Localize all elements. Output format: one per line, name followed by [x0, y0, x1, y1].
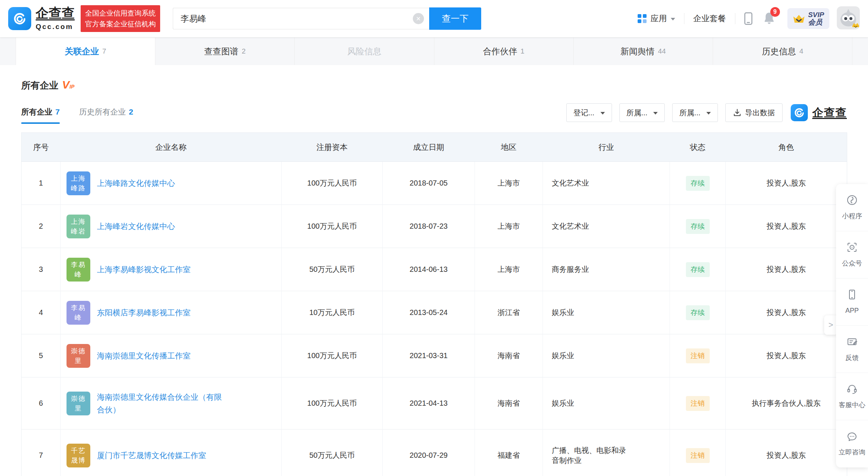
top-nav: 应用 企业套餐 9: [637, 6, 860, 31]
company-link[interactable]: 上海峰路文化传媒中心: [97, 177, 175, 190]
table-row: 1上海峰路上海峰路文化传媒中心100万元人民币2018-07-05上海市文化艺术…: [22, 162, 847, 205]
cell-date: 2018-07-23: [383, 205, 475, 248]
panel-item-立即咨询[interactable]: 立即咨询: [836, 420, 868, 467]
table-row: 2上海峰岩上海峰岩文化传媒中心100万元人民币2018-07-23上海市文化艺术…: [22, 205, 847, 248]
tab-item[interactable]: 合作伙伴1: [434, 38, 574, 65]
cell-role: 投资人,股东: [726, 248, 847, 291]
cell-industry: 广播、电视、电影和录音制作业: [543, 430, 670, 476]
company-avatar[interactable]: 崇德里: [67, 344, 90, 368]
owl-avatar-image: [837, 6, 860, 29]
cell-region: 上海市: [475, 162, 543, 205]
tab-item[interactable]: 风险信息: [295, 38, 434, 65]
service-center-icon: [846, 383, 858, 397]
notifications[interactable]: 9: [764, 12, 775, 26]
company-avatar[interactable]: 上海峰路: [67, 171, 90, 195]
cell-date: 2021-04-13: [383, 377, 475, 430]
header: 企查查 Qcc.com 全国企业信用查询系统 官方备案企业征信机构 ✕ 查一下: [0, 0, 868, 37]
app-icon: [846, 289, 858, 302]
search-area: ✕ 查一下: [173, 7, 481, 30]
column-header: 序号: [22, 133, 61, 162]
tab-label: 风险信息: [347, 46, 381, 57]
table-header-row: 序号企业名称注册资本成立日期地区行业状态角色: [22, 133, 847, 162]
enterprise-package[interactable]: 企业套餐: [693, 13, 726, 24]
company-wrap: 崇德里海南崇德里文化传播工作室: [67, 344, 278, 368]
subtab-item[interactable]: 所有企业7: [21, 107, 60, 119]
table-row: 6崇德里海南崇德里文化传媒合伙企业（有限合伙）100万元人民币2021-04-1…: [22, 377, 847, 430]
download-icon: [733, 109, 741, 117]
cell-no: 1: [22, 162, 61, 205]
tab-item[interactable]: 查查图谱2: [155, 38, 295, 65]
apps-grid-icon: [637, 14, 647, 23]
clear-search-icon[interactable]: ✕: [413, 13, 424, 24]
search-input[interactable]: [173, 8, 429, 29]
company-wrap: 上海峰路上海峰路文化传媒中心: [67, 171, 278, 195]
subtab-item[interactable]: 历史所有企业2: [79, 107, 133, 119]
panel-item-客服中心[interactable]: 客服中心: [836, 373, 868, 420]
column-header: 成立日期: [383, 133, 475, 162]
chevron-down-icon: [600, 112, 605, 115]
tab-item[interactable]: 关联企业7: [16, 38, 155, 65]
tab-count: 7: [102, 47, 106, 55]
tab-label: 合作伙伴: [483, 46, 517, 57]
page: 企查查 Qcc.com 全国企业信用查询系统 官方备案企业征信机构 ✕ 查一下: [0, 0, 868, 476]
cell-company: 上海峰路上海峰路文化传媒中心: [61, 162, 282, 205]
apps-menu[interactable]: 应用: [637, 13, 675, 24]
company-link[interactable]: 厦门市千艺晟博文化传媒工作室: [97, 449, 206, 462]
panel-item-label: 公众号: [842, 259, 862, 268]
company-avatar[interactable]: 千艺晟博: [67, 444, 90, 467]
companies-table: 序号企业名称注册资本成立日期地区行业状态角色 1上海峰路上海峰路文化传媒中心10…: [21, 132, 847, 476]
company-wrap: 李易峰东阳横店李易峰影视工作室: [67, 301, 278, 325]
vip-feature-icon[interactable]: VIP: [62, 79, 74, 90]
tab-label: 新闻舆情: [621, 46, 655, 57]
chevron-down-icon: [706, 112, 711, 115]
content: 所有企业 VIP 所有企业7历史所有企业2 登记...所属...所属... 导出…: [0, 79, 868, 476]
cell-status: 存续: [670, 248, 726, 291]
status-badge: 注销: [686, 348, 710, 363]
mobile-app-entry[interactable]: [744, 12, 752, 25]
cell-company: 崇德里海南崇德里文化传播工作室: [61, 334, 282, 377]
filter-dropdown[interactable]: 登记...: [566, 103, 612, 122]
search-button[interactable]: 查一下: [429, 7, 481, 30]
panel-item-反馈[interactable]: 反馈: [836, 326, 868, 373]
chevron-down-icon: [671, 18, 675, 20]
qcc-logo-icon: [8, 7, 31, 30]
table-row: 3李易峰上海李易峰影视文化工作室50万元人民币2014-06-13上海市商务服务…: [22, 248, 847, 291]
cell-date: 2020-07-29: [383, 430, 475, 476]
company-avatar[interactable]: 上海峰岩: [67, 215, 90, 238]
status-badge: 注销: [686, 396, 710, 411]
company-avatar[interactable]: 李易峰: [67, 258, 90, 282]
column-header: 状态: [670, 133, 726, 162]
company-link[interactable]: 上海峰岩文化传媒中心: [97, 220, 175, 233]
tab-count: 1: [521, 47, 525, 55]
filter-dropdown[interactable]: 所属...: [619, 103, 665, 122]
gov-badge-line1: 全国企业信用查询系统: [85, 8, 156, 19]
company-link[interactable]: 上海李易峰影视文化工作室: [97, 263, 191, 276]
tab-count: 2: [242, 47, 246, 55]
company-link[interactable]: 海南崇德里文化传播工作室: [97, 350, 191, 362]
table-row: 5崇德里海南崇德里文化传播工作室100万元人民币2021-03-31海南省娱乐业…: [22, 334, 847, 377]
cell-no: 4: [22, 291, 61, 334]
panel-item-公众号[interactable]: 公众号: [836, 231, 868, 279]
panel-item-小程序[interactable]: 小程序: [836, 184, 868, 231]
panel-item-APP[interactable]: APP: [836, 279, 868, 326]
filter-dropdown[interactable]: 所属...: [672, 103, 718, 122]
svip-member-badge[interactable]: SVIP 会员: [787, 8, 829, 29]
cell-company: 千艺晟博厦门市千艺晟博文化传媒工作室: [61, 430, 282, 476]
company-link[interactable]: 东阳横店李易峰影视工作室: [97, 306, 191, 319]
cell-industry: 文化艺术业: [543, 162, 670, 205]
tab-item[interactable]: 新闻舆情44: [574, 38, 713, 65]
cell-date: 2014-06-13: [383, 248, 475, 291]
company-avatar[interactable]: 李易峰: [67, 301, 90, 325]
user-avatar[interactable]: [837, 6, 860, 31]
tab-item[interactable]: 历史信息4: [713, 38, 852, 65]
cell-capital: 100万元人民币: [282, 377, 383, 430]
filter-label: 所属...: [679, 108, 700, 118]
filter-label: 所属...: [626, 108, 648, 118]
company-wrap: 崇德里海南崇德里文化传媒合伙企业（有限合伙）: [67, 391, 278, 416]
company-avatar[interactable]: 崇德里: [67, 392, 90, 415]
qcc-logo[interactable]: 企查查 Qcc.com: [8, 6, 75, 31]
panel-expand-chevron[interactable]: >: [824, 315, 838, 335]
export-data-button[interactable]: 导出数据: [725, 103, 783, 122]
company-link[interactable]: 海南崇德里文化传媒合伙企业（有限合伙）: [97, 391, 227, 416]
cell-region: 海南省: [475, 377, 543, 430]
